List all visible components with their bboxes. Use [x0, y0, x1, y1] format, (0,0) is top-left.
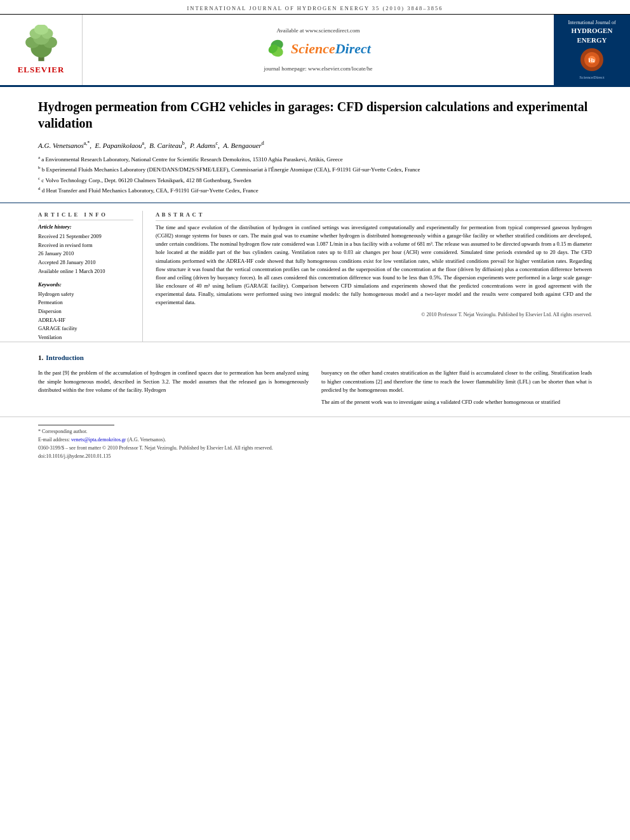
top-banner: ELSEVIER Available at www.sciencedirect.… — [0, 15, 630, 87]
hydrogen-energy-graphic: H₂ — [579, 47, 605, 72]
authors-line: A.G. Venetsanosa,*, E. Papanikolaoua, B.… — [38, 140, 592, 149]
article-dates: Received 21 September 2009 Received in r… — [38, 232, 133, 276]
section-1-title: Introduction — [46, 354, 84, 361]
section-1-body: In the past [9] the problem of the accum… — [38, 369, 592, 410]
received-date: Received 21 September 2009 — [38, 232, 133, 241]
page: INTERNATIONAL JOURNAL OF HYDROGEN ENERGY… — [0, 0, 630, 840]
email-link[interactable]: venets@ipta.demokritos.gr — [71, 437, 126, 443]
hydrogen-title-text: International Journal of HYDROGEN ENERGY — [559, 20, 625, 44]
keyword-2: Permeation — [38, 298, 133, 307]
article-footer: * Corresponding author. E-mail address: … — [0, 417, 630, 465]
doi-line: doi:10.1016/j.ijhydene.2010.01.135 — [38, 453, 592, 461]
accepted-date: Accepted 28 January 2010 — [38, 258, 133, 267]
elsevier-logo-section: ELSEVIER — [0, 15, 83, 85]
intro-col1-text: In the past [9] the problem of the accum… — [38, 369, 309, 394]
section-1: 1. Introduction In the past [9] the prob… — [38, 354, 592, 410]
affiliation-b: b b Experimental Fluids Mechanics Labora… — [38, 164, 592, 175]
abstract-area: A B S T R A C T The time and space evolu… — [156, 211, 592, 342]
affiliation-a: a a Environmental Research Laboratory, N… — [38, 154, 592, 164]
intro-col2-text2: The aim of the present work was to inves… — [321, 398, 592, 406]
intro-col2-text: buoyancy on the other hand creates strat… — [321, 369, 592, 394]
elsevier-logo: ELSEVIER — [18, 25, 65, 75]
sd-orange-text: Science — [291, 41, 335, 57]
section-1-number: 1. — [38, 354, 43, 361]
author-adams: P. Adams — [190, 142, 216, 149]
available-at-text: Available at www.sciencedirect.com — [276, 27, 359, 34]
journal-header: INTERNATIONAL JOURNAL OF HYDROGEN ENERGY… — [0, 0, 630, 15]
content-area: A R T I C L E I N F O Article history: R… — [0, 203, 630, 343]
affiliation-d: d d Heat Transfer and Fluid Mechanics La… — [38, 185, 592, 196]
main-body: 1. Introduction In the past [9] the prob… — [0, 347, 630, 410]
abstract-title: A B S T R A C T — [156, 211, 592, 221]
svg-text:H₂: H₂ — [588, 57, 595, 63]
journal-url-text: journal homepage: www.elsevier.com/locat… — [264, 65, 373, 72]
elsevier-tree-icon — [19, 25, 64, 63]
elsevier-brand-text: ELSEVIER — [18, 65, 65, 75]
section-1-col1: In the past [9] the problem of the accum… — [38, 369, 309, 410]
affiliations: a a Environmental Research Laboratory, N… — [38, 154, 592, 196]
article-info-column: A R T I C L E I N F O Article history: R… — [38, 211, 143, 342]
keyword-6: Ventilation — [38, 333, 133, 342]
abstract-copyright: © 2010 Professor T. Nejat Veziroglu. Pub… — [156, 311, 592, 319]
keyword-1: Hydrogen safety — [38, 290, 133, 299]
keyword-5: GARAGE facility — [38, 324, 133, 333]
journal-header-text: INTERNATIONAL JOURNAL OF HYDROGEN ENERGY… — [187, 5, 443, 11]
issn-line: 0360-3199/$ – see front matter © 2010 Pr… — [38, 444, 592, 453]
keyword-3: Dispersion — [38, 307, 133, 316]
affiliation-c: c c Volvo Technology Corp., Dept. 06120 … — [38, 175, 592, 185]
hydrogen-subtitle: ScienceDirect — [579, 75, 604, 80]
footnote-separator — [38, 425, 114, 425]
sd-blue-text: Direct — [335, 41, 371, 57]
email-line: E-mail address: venets@ipta.demokritos.g… — [38, 436, 592, 444]
revised-date: Received in revised form26 January 2010 — [38, 241, 133, 258]
article-history-label: Article history: — [38, 223, 133, 231]
author-venetsanos: A.G. Venetsanos — [38, 142, 84, 149]
section-1-col2: buoyancy on the other hand creates strat… — [321, 369, 592, 410]
keywords-list: Hydrogen safety Permeation Dispersion AD… — [38, 290, 133, 342]
keyword-4: ADREA-HF — [38, 316, 133, 325]
sciencedirect-icon — [265, 37, 288, 60]
available-date: Available online 1 March 2010 — [38, 267, 133, 276]
title-section: Hydrogen permeation from CGH2 vehicles i… — [0, 87, 630, 203]
hydrogen-bold-text: HYDROGEN ENERGY — [559, 26, 625, 44]
keywords-label: Keywords: — [38, 281, 133, 289]
sciencedirect-section: Available at www.sciencedirect.com Scien… — [83, 15, 554, 85]
hydrogen-journal-logo: International Journal of HYDROGEN ENERGY… — [554, 15, 630, 85]
sciencedirect-logo: ScienceDirect — [265, 37, 371, 60]
abstract-text: The time and space evolution of the dist… — [156, 223, 592, 307]
author-bengaouer: A. Bengaouer — [223, 142, 261, 149]
article-title: Hydrogen permeation from CGH2 vehicles i… — [38, 98, 592, 131]
author-papanikolaou: E. Papanikolaou — [95, 142, 142, 149]
author-cariteau: B. Cariteau — [149, 142, 182, 149]
hydrogen-logo-box: International Journal of HYDROGEN ENERGY… — [559, 20, 625, 80]
article-info-title: A R T I C L E I N F O — [38, 211, 133, 221]
corresponding-author-note: * Corresponding author. — [38, 428, 592, 436]
